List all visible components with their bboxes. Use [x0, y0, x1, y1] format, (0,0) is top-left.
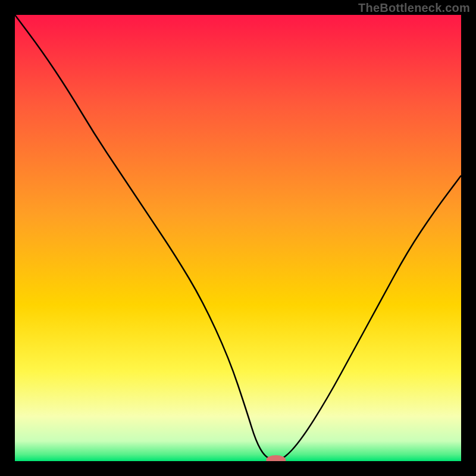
site-watermark: TheBottleneck.com: [358, 1, 470, 15]
gradient-background: [15, 15, 461, 461]
chart-stage: TheBottleneck.com: [0, 0, 476, 476]
plot-area: [15, 15, 461, 461]
chart-svg: [15, 15, 461, 461]
